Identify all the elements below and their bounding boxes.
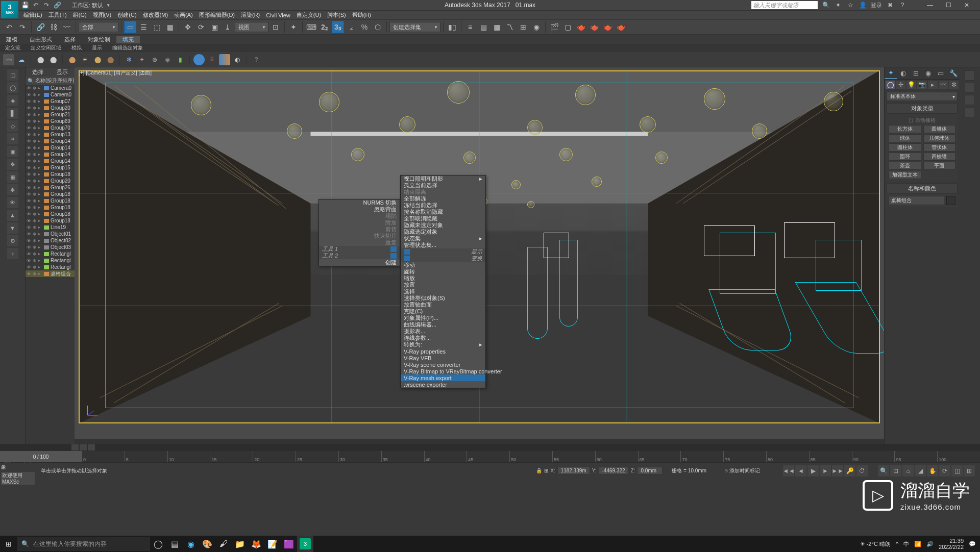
cloud-icon[interactable]: ☁	[16, 54, 27, 65]
scene-item[interactable]: 👁❄▸Camera0	[26, 91, 75, 98]
filter-containers-icon[interactable]: ▦	[7, 171, 18, 183]
task-app-7[interactable]: 📝	[264, 536, 281, 552]
app-icon[interactable]: 3MAX	[1, 1, 18, 18]
scene-item[interactable]: 👁❄▸Rectangl	[26, 264, 75, 270]
render-cloud-button[interactable]: 🫖	[615, 21, 627, 33]
task-app-3[interactable]: 🎨	[199, 536, 215, 552]
quad-menu-item[interactable]: V-Ray scene converter	[401, 361, 485, 368]
scene-item[interactable]: 👁❄▸Group14	[26, 138, 75, 144]
cmd-tab-modify[interactable]: ◐	[897, 67, 910, 79]
viewport-label[interactable]: [+] [Camera01] [用户定义] [边面]	[79, 69, 152, 77]
named-selection-combo[interactable]: 创建选择集	[389, 22, 440, 32]
help-icon[interactable]: ?	[251, 54, 262, 65]
scene-item[interactable]: 👁❄▸Group18	[26, 211, 75, 217]
quad-menu-item[interactable]: 管理状态集...	[401, 242, 485, 248]
move-button[interactable]: ✥	[182, 21, 194, 33]
scene-item[interactable]: 👁❄▸Group18	[26, 171, 75, 178]
quad-menu-item[interactable]: V-Ray properties	[401, 348, 485, 355]
select-by-name-button[interactable]: ☰	[137, 21, 150, 33]
account-icon[interactable]: 👤	[859, 1, 867, 9]
subtab-helpers-icon[interactable]: ▸	[928, 81, 938, 89]
scene-item[interactable]: 👁❄▸Group20	[26, 178, 75, 184]
primitive-button[interactable]: 长方体	[889, 125, 921, 133]
particles-icon[interactable]: ⠿	[206, 54, 217, 65]
sun-icon[interactable]: ☀	[79, 54, 90, 65]
render-activeshade-button[interactable]: 🫖	[601, 21, 614, 33]
vpnav-4[interactable]	[965, 107, 975, 117]
render-production-button[interactable]: 🫖	[575, 21, 587, 33]
quad-menu-item[interactable]: 创建	[319, 259, 400, 266]
scene-item[interactable]: 👁❄▸Group13	[26, 131, 75, 138]
primitive-button[interactable]: 管状体	[923, 143, 956, 152]
scene-item[interactable]: 👁❄▸Group14	[26, 144, 75, 151]
rollout-name-color[interactable]: 名称和颜色	[887, 183, 958, 194]
primitive-button[interactable]: 圆锥体	[923, 125, 956, 133]
save-icon[interactable]: 💾	[20, 1, 30, 10]
task-edge-icon[interactable]: ◉	[183, 536, 199, 552]
coord-x-input[interactable]: 1182.339m	[557, 467, 590, 474]
tray-time[interactable]: 21:39	[939, 538, 964, 544]
ribbon-panel-label[interactable]: 模拟	[71, 44, 82, 52]
close-button[interactable]: ✕	[958, 0, 976, 10]
exchange-icon[interactable]: ✖	[886, 1, 894, 9]
primitive-button[interactable]: 圆柱体	[889, 143, 921, 152]
undo-button[interactable]: ↶	[3, 21, 15, 33]
subtab-spacewarps-icon[interactable]: 〰	[939, 81, 948, 89]
scene-item[interactable]: 👁❄▸Group07	[26, 98, 75, 105]
add-time-tag[interactable]: 添加时间标记	[729, 468, 760, 473]
light4-icon[interactable]: ⬤	[105, 54, 116, 65]
quad-menu-item[interactable]: 转换为:	[401, 341, 485, 348]
set-key-button[interactable]: ◄	[795, 465, 806, 476]
tray-volume-icon[interactable]: 🔊	[926, 541, 934, 547]
vp-config-button[interactable]: ⊞	[964, 465, 975, 476]
keyboard-shortcut-button[interactable]: ⌨	[305, 21, 317, 33]
tray-ime-icon[interactable]: 中	[903, 540, 909, 548]
opt-icon[interactable]: ⚙	[7, 235, 18, 246]
redo-button[interactable]: ↷	[16, 21, 29, 33]
quad-menu-item[interactable]: .vrscene exporter	[401, 381, 485, 388]
play-button[interactable]: ▶	[807, 465, 819, 476]
object-color-swatch[interactable]	[946, 196, 955, 205]
snap-2d-button[interactable]: 2₂	[318, 21, 331, 33]
selection-filter-combo[interactable]: 全部	[79, 22, 118, 32]
scene-item[interactable]: 👁❄▸Object01	[26, 231, 75, 237]
time-track[interactable]: 0510152025303540455055606570758085909510…	[82, 451, 980, 462]
material-editor-button[interactable]: ◉	[530, 21, 543, 33]
task-app-1[interactable]: ▤	[166, 536, 183, 552]
vpnav-1[interactable]	[965, 70, 975, 81]
scene-item[interactable]: 👁❄▸Group15	[26, 164, 75, 171]
render-setup-button[interactable]: 🎬	[548, 21, 560, 33]
subtab-cameras-icon[interactable]: 📷	[917, 81, 927, 89]
minimize-button[interactable]: —	[921, 0, 939, 10]
scene-item[interactable]: 👁❄▸Group18	[26, 197, 75, 204]
angle-snap-button[interactable]: ⦟	[345, 21, 357, 33]
frame-indicator[interactable]: 0 / 100	[0, 451, 82, 462]
key-mode-button[interactable]: 🔑	[844, 465, 855, 476]
coord-z-input[interactable]: 0.0mm	[637, 467, 663, 474]
help-icon[interactable]: ?	[898, 1, 906, 9]
workspace-selector[interactable]: 工作区: 默认▼	[72, 2, 110, 9]
scene-sort-header[interactable]: 🔍名称(按升序排序)	[26, 77, 75, 85]
subtab-shapes-icon[interactable]: ✢	[896, 81, 906, 89]
ribbon-panel-label[interactable]: 定义流	[5, 44, 20, 52]
cmd-tab-display[interactable]: ▭	[935, 67, 947, 79]
omni-light-icon[interactable]: ⬤	[66, 54, 78, 65]
primitive-button[interactable]: 茶壶	[889, 162, 921, 170]
sphere-icon[interactable]	[193, 54, 205, 65]
select-object-button[interactable]: ▭	[124, 21, 136, 33]
coord-y-input[interactable]: -4469.322	[599, 467, 629, 474]
filter-geometry-icon[interactable]: ◫	[7, 69, 18, 81]
menu-item[interactable]: 渲染(R)	[238, 11, 263, 19]
key-btn-3[interactable]	[88, 444, 95, 450]
undo-icon[interactable]: ↶	[31, 1, 40, 10]
cmd-tab-motion[interactable]: ◉	[922, 67, 935, 79]
subtab-systems-icon[interactable]: ✻	[949, 81, 959, 89]
object-name-input[interactable]: 桌椅组合	[889, 196, 944, 205]
unlink-button[interactable]: ⛓	[47, 21, 60, 33]
pan-button[interactable]: ✋	[927, 465, 938, 476]
marker2-icon[interactable]: ⬤	[47, 54, 59, 65]
layer-explorer-button[interactable]: ▤	[477, 21, 489, 33]
rollout-object-type[interactable]: 对象类型	[887, 103, 958, 114]
bind-spacewarp-button[interactable]: 〰	[61, 21, 73, 33]
recent-icon[interactable]: ☆	[846, 1, 854, 9]
